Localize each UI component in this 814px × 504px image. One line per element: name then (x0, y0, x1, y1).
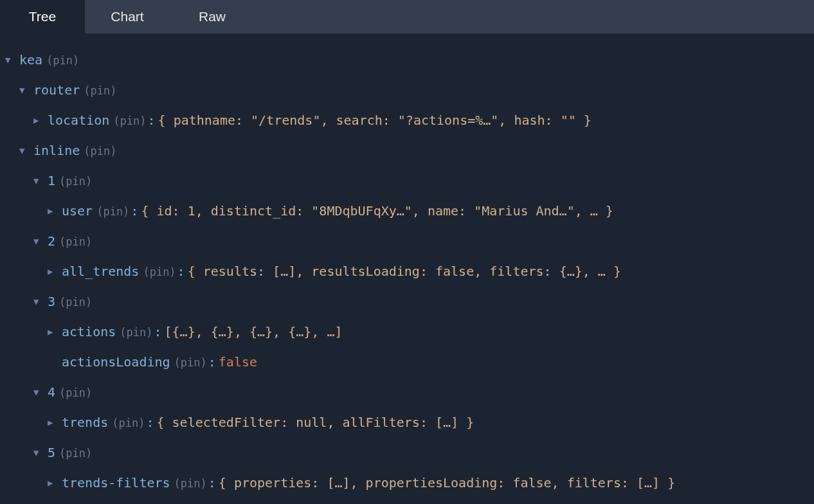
tree-node-trends[interactable]: ▶ trends (pin) : { selectedFilter: null,… (3, 408, 811, 438)
tree-node-inline[interactable]: ▼ inline (pin) (3, 136, 811, 166)
colon: : (208, 354, 216, 371)
node-key: user (62, 203, 93, 220)
node-key: 5 (48, 444, 55, 462)
colon: : (131, 203, 138, 220)
node-key: location (48, 112, 109, 129)
chevron-right-icon[interactable]: ▶ (48, 267, 58, 276)
node-key: 2 (48, 233, 55, 250)
pin-button[interactable]: (pin) (82, 84, 118, 98)
state-tree: ▼ kea (pin) ▼ router (pin) ▶ location (p… (0, 33, 814, 498)
pin-button[interactable]: (pin) (58, 295, 93, 310)
node-value: { selectedFilter: null, allFilters: […] … (156, 414, 474, 431)
tree-node-actions-loading[interactable]: actionsLoading (pin) : false (3, 347, 811, 377)
tree-node-1[interactable]: ▼ 1 (pin) (3, 166, 811, 196)
tree-node-location[interactable]: ▶ location (pin) : { pathname: "/trends"… (3, 105, 811, 136)
pin-button[interactable]: (pin) (58, 446, 93, 461)
node-key: actionsLoading (62, 354, 170, 371)
colon: : (154, 323, 161, 341)
tab-raw[interactable]: Raw (170, 0, 255, 33)
chevron-down-icon[interactable]: ▼ (33, 237, 44, 246)
tab-tree[interactable]: Tree (0, 0, 85, 33)
node-key: trends (62, 414, 108, 431)
node-value: false (219, 354, 257, 371)
colon: : (177, 263, 185, 280)
chevron-right-icon[interactable]: ▶ (33, 116, 44, 125)
tree-node-3[interactable]: ▼ 3 (pin) (3, 287, 811, 317)
view-tabs: Tree Chart Raw (0, 0, 814, 33)
tree-node-5[interactable]: ▼ 5 (pin) (3, 438, 811, 468)
chevron-right-icon[interactable]: ▶ (48, 206, 58, 215)
chevron-down-icon[interactable]: ▼ (33, 448, 44, 457)
node-value: { id: 1, distinct_id: "8MDqbUFqXy…", nam… (141, 203, 613, 220)
chevron-down-icon[interactable]: ▼ (33, 176, 44, 185)
tree-node-trends-filters[interactable]: ▶ trends-filters (pin) : { properties: [… (3, 468, 811, 498)
pin-button[interactable]: (pin) (45, 53, 80, 68)
node-value: { pathname: "/trends", search: "?actions… (158, 112, 592, 129)
colon: : (148, 112, 156, 129)
pin-button[interactable]: (pin) (95, 204, 131, 219)
colon: : (208, 474, 216, 492)
pin-button[interactable]: (pin) (112, 114, 147, 129)
chevron-down-icon[interactable]: ▼ (5, 55, 15, 64)
node-key: router (33, 82, 80, 99)
chevron-down-icon[interactable]: ▼ (33, 388, 44, 397)
node-key: 3 (48, 293, 55, 310)
tree-node-router[interactable]: ▼ router (pin) (3, 75, 811, 105)
pin-button[interactable]: (pin) (58, 235, 93, 249)
pin-button[interactable]: (pin) (58, 174, 93, 189)
tree-node-actions[interactable]: ▶ actions (pin) : [{…}, {…}, {…}, {…}, …… (3, 317, 811, 347)
chevron-down-icon[interactable]: ▼ (19, 86, 30, 94)
tab-chart[interactable]: Chart (85, 0, 170, 33)
chevron-down-icon[interactable]: ▼ (19, 146, 30, 155)
node-key: actions (62, 323, 116, 341)
tree-node-user[interactable]: ▶ user (pin) : { id: 1, distinct_id: "8M… (3, 196, 811, 226)
node-key: inline (33, 142, 80, 159)
pin-button[interactable]: (pin) (58, 386, 93, 401)
node-value: [{…}, {…}, {…}, {…}, …] (165, 323, 343, 341)
tree-node-2[interactable]: ▼ 2 (pin) (3, 226, 811, 256)
chevron-down-icon[interactable]: ▼ (33, 297, 44, 306)
node-value: { results: […], resultsLoading: false, f… (188, 263, 621, 280)
pin-button[interactable]: (pin) (111, 416, 146, 431)
pin-button[interactable]: (pin) (118, 325, 154, 340)
node-key: kea (19, 51, 42, 69)
tree-node-4[interactable]: ▼ 4 (pin) (3, 377, 811, 408)
pin-button[interactable]: (pin) (173, 356, 208, 370)
pin-button[interactable]: (pin) (173, 476, 208, 491)
colon: : (146, 414, 154, 431)
tree-node-kea[interactable]: ▼ kea (pin) (3, 45, 811, 75)
node-key: 4 (48, 384, 55, 401)
chevron-right-icon[interactable]: ▶ (48, 327, 58, 336)
node-value: { properties: […], propertiesLoading: fa… (219, 474, 675, 492)
pin-button[interactable]: (pin) (141, 265, 177, 280)
chevron-right-icon[interactable]: ▶ (48, 418, 58, 427)
node-key: all_trends (62, 263, 139, 280)
chevron-right-icon[interactable]: ▶ (48, 478, 58, 487)
tree-node-all-trends[interactable]: ▶ all_trends (pin) : { results: […], res… (3, 256, 811, 287)
node-key: 1 (48, 172, 55, 190)
node-key: trends-filters (62, 474, 170, 492)
pin-button[interactable]: (pin) (82, 144, 118, 159)
